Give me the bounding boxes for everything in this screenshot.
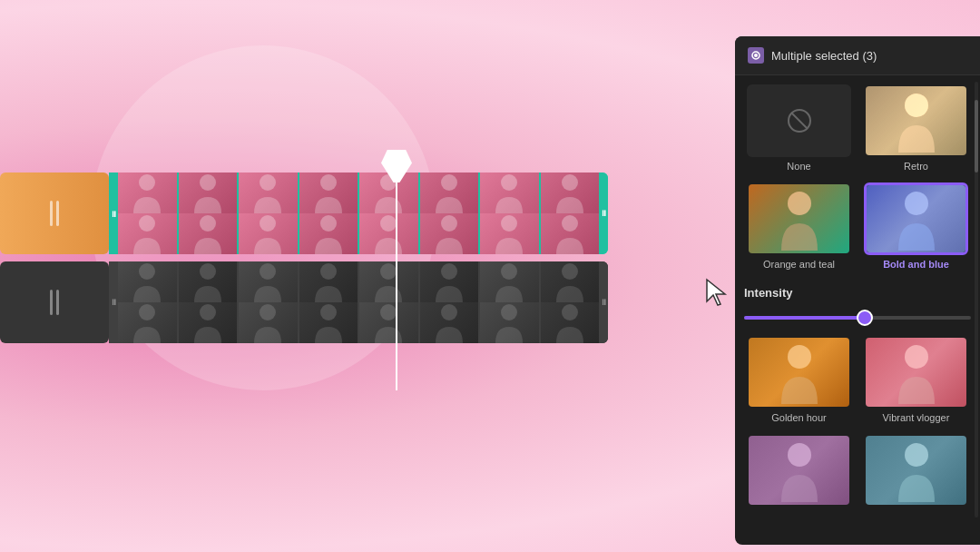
svg-point-26 — [260, 304, 276, 320]
scrollbar-thumb[interactable] — [975, 100, 978, 172]
filter-vibrant-vlogger[interactable]: Vibrant vlogger — [861, 336, 971, 423]
svg-point-19 — [320, 263, 337, 280]
svg-point-10 — [260, 215, 276, 232]
svg-point-41 — [788, 443, 811, 467]
filter-grid-row4 — [744, 434, 971, 510]
svg-point-38 — [905, 192, 928, 215]
svg-point-39 — [788, 345, 811, 369]
svg-point-33 — [754, 54, 758, 57]
svg-point-0 — [139, 174, 155, 191]
filter-retro-thumb — [864, 84, 968, 157]
svg-point-25 — [200, 304, 216, 320]
svg-point-29 — [441, 304, 457, 320]
filter-none[interactable]: None — [744, 84, 854, 172]
svg-point-20 — [380, 263, 397, 280]
svg-point-36 — [905, 94, 928, 117]
filter-panel: Multiple selected (3) None — [735, 36, 980, 545]
panel-header: Multiple selected (3) — [735, 36, 980, 75]
filter-retro-label: Retro — [904, 161, 928, 172]
intensity-title: Intensity — [744, 286, 971, 300]
filter-orange-teal-label: Orange and teal — [763, 259, 835, 270]
filmstrip-bottom: ⏸ — [109, 261, 608, 343]
svg-point-13 — [441, 215, 457, 232]
filmstrip-top: ⏸ — [109, 172, 608, 254]
playhead-line — [396, 154, 397, 390]
svg-line-35 — [791, 113, 808, 129]
svg-point-17 — [200, 263, 216, 280]
filter-icon — [748, 47, 764, 64]
filter-orange-teal-thumb — [747, 182, 851, 255]
filter-none-label: None — [787, 161, 810, 172]
slider-fill — [744, 316, 869, 320]
svg-point-2 — [260, 174, 276, 191]
svg-point-8 — [139, 215, 155, 232]
filter-bold-blue-label: Bold and blue — [883, 259, 949, 270]
svg-point-21 — [441, 263, 457, 280]
svg-point-14 — [501, 215, 517, 232]
filter-grid-row3: Golden hour Vibrant vlogger — [744, 336, 971, 423]
video-track-2: ⏸ — [0, 261, 608, 343]
scrollbar-track — [975, 82, 978, 518]
svg-point-37 — [788, 192, 811, 215]
svg-point-5 — [441, 174, 457, 191]
slider-track — [744, 316, 971, 320]
svg-point-11 — [320, 215, 337, 232]
svg-point-9 — [200, 215, 216, 232]
filter-grid-row1: None Retro — [744, 84, 971, 172]
svg-point-7 — [562, 174, 578, 191]
filter-golden-hour[interactable]: Golden hour — [744, 336, 854, 423]
svg-point-6 — [501, 174, 517, 191]
filter-bold-blue-thumb — [864, 182, 968, 255]
filter-grid-row2: Orange and teal Bold and blue — [744, 182, 971, 270]
filter-extra-2-thumb — [864, 434, 968, 507]
intensity-slider[interactable] — [744, 309, 971, 327]
film-frames-top — [118, 172, 599, 254]
svg-point-22 — [501, 263, 517, 280]
filter-golden-thumb — [747, 336, 851, 409]
video-track-1: ⏸ — [0, 172, 608, 254]
filter-golden-label: Golden hour — [771, 412, 827, 423]
svg-point-16 — [139, 263, 155, 280]
filter-orange-teal[interactable]: Orange and teal — [744, 182, 854, 270]
filter-none-thumb — [747, 84, 851, 157]
intensity-section: Intensity — [744, 281, 971, 336]
svg-point-23 — [562, 263, 578, 280]
svg-point-12 — [380, 215, 397, 232]
filter-extra-1[interactable] — [744, 434, 854, 510]
timeline: ⏸ — [0, 172, 608, 350]
panel-title: Multiple selected (3) — [771, 49, 877, 63]
svg-point-31 — [562, 304, 578, 320]
filter-vibrant-label: Vibrant vlogger — [883, 412, 950, 423]
svg-point-27 — [320, 304, 337, 320]
svg-point-30 — [501, 304, 517, 320]
filter-vibrant-thumb — [864, 336, 968, 409]
filter-bold-blue[interactable]: Bold and blue — [861, 182, 971, 270]
svg-point-24 — [139, 304, 155, 320]
svg-point-1 — [200, 174, 216, 191]
slider-thumb[interactable] — [857, 310, 873, 326]
filter-retro[interactable]: Retro — [861, 84, 971, 172]
svg-point-42 — [905, 443, 928, 467]
svg-point-18 — [260, 263, 276, 280]
panel-content: None Retro Orange an — [735, 75, 980, 545]
svg-point-15 — [562, 215, 578, 232]
filter-extra-1-thumb — [747, 434, 851, 507]
filter-extra-2[interactable] — [861, 434, 971, 510]
svg-point-40 — [905, 345, 928, 369]
svg-point-28 — [380, 304, 397, 320]
svg-point-3 — [320, 174, 337, 191]
